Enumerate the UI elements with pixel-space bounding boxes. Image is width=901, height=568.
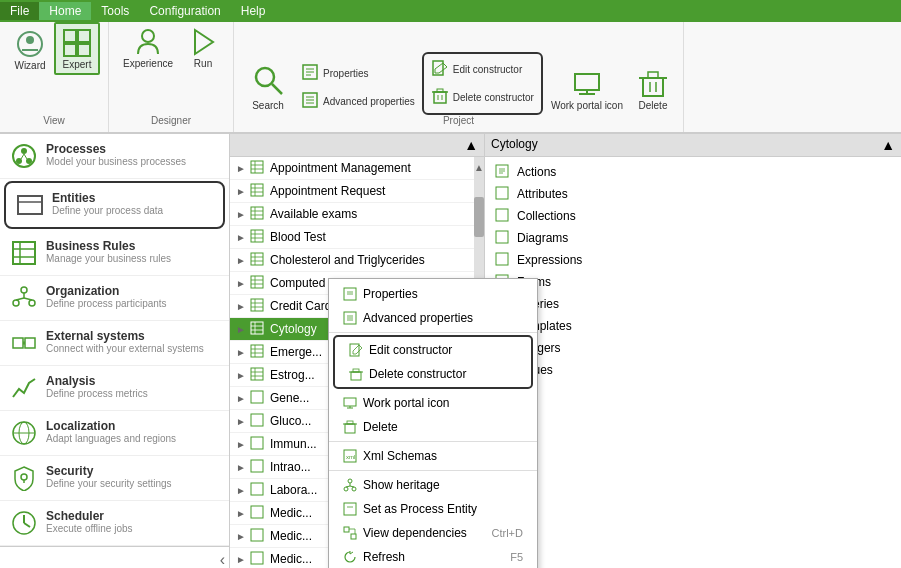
list-item[interactable]: ► Blood Test: [230, 226, 474, 249]
svg-point-7: [142, 30, 154, 42]
list-item[interactable]: ► Appointment Request: [230, 180, 474, 203]
properties-button[interactable]: Properties: [296, 60, 420, 87]
svg-point-47: [29, 300, 35, 306]
scheduler-icon: [10, 509, 38, 537]
sidebar-item-business-rules[interactable]: Business Rules Manage your business rule…: [0, 231, 229, 276]
grid-icon-selected: [250, 321, 266, 337]
cm-view-dependencies[interactable]: View dependencies Ctrl+D: [329, 521, 537, 545]
menu-configuration[interactable]: Configuration: [139, 2, 230, 20]
menu-help[interactable]: Help: [231, 2, 276, 20]
cm-edit-constructor[interactable]: Edit constructor: [335, 338, 531, 362]
security-title: Security: [46, 464, 172, 478]
list-item[interactable]: ► Cholesterol and Triglycerides: [230, 249, 474, 272]
run-icon: [187, 26, 219, 58]
cm-work-portal[interactable]: Work portal icon: [329, 391, 537, 415]
work-portal-icon-button[interactable]: Work portal icon: [545, 64, 629, 115]
cm-delete[interactable]: Delete: [329, 415, 537, 439]
sidebar-item-entities[interactable]: Entities Define your process data: [4, 181, 225, 229]
svg-rect-95: [251, 345, 263, 357]
right-panel-attributes[interactable]: Attributes: [489, 183, 897, 205]
grid-icon: [250, 183, 266, 199]
entities-icon: [16, 191, 44, 219]
collapse-icon[interactable]: ‹: [220, 551, 225, 568]
delete-button[interactable]: Delete: [631, 64, 675, 115]
cm-dep-label: View dependencies: [363, 526, 467, 540]
svg-rect-4: [78, 30, 90, 42]
localization-title: Localization: [46, 419, 176, 433]
svg-line-49: [16, 298, 24, 300]
cm-properties[interactable]: Properties: [329, 282, 537, 306]
list-item[interactable]: ► Appointment Management: [230, 157, 474, 180]
right-panel-diagrams[interactable]: Diagrams: [489, 227, 897, 249]
svg-rect-118: [496, 187, 508, 199]
sidebar-item-organization[interactable]: Organization Define process participants: [0, 276, 229, 321]
list-item-label: Cholesterol and Triglycerides: [270, 253, 425, 267]
scroll-thumb[interactable]: [474, 197, 484, 237]
cm-xml-label: Xml Schemas: [363, 449, 437, 463]
svg-line-38: [24, 154, 27, 159]
cm-advanced-properties[interactable]: Advanced properties: [329, 306, 537, 330]
right-panel-queries[interactable]: Queries: [489, 293, 897, 315]
run-label: Run: [194, 58, 212, 69]
list-item-label: Immun...: [270, 437, 317, 451]
expressions-icon: [495, 252, 511, 268]
cm-show-heritage[interactable]: Show heritage: [329, 473, 537, 497]
sidebar-item-localization[interactable]: Localization Adapt languages and regions: [0, 411, 229, 456]
list-item[interactable]: ► Available exams: [230, 203, 474, 226]
middle-panel-collapse[interactable]: ▲: [464, 137, 478, 153]
expert-icon: [61, 27, 93, 59]
right-panel-forms[interactable]: Forms: [489, 271, 897, 293]
cm-advanced-icon: [343, 311, 357, 325]
cm-process-icon: [343, 502, 357, 516]
svg-rect-110: [251, 552, 263, 564]
menu-file[interactable]: File: [0, 2, 39, 20]
sidebar-item-external-systems[interactable]: External systems Connect with your exter…: [0, 321, 229, 366]
sidebar-item-scheduler[interactable]: Scheduler Execute offline jobs: [0, 501, 229, 546]
delete-constructor-button[interactable]: Delete constructor: [426, 84, 539, 111]
analysis-text: Analysis Define process metrics: [46, 374, 148, 399]
cm-xml-icon: xml: [343, 449, 357, 463]
right-panel-actions[interactable]: Actions: [489, 161, 897, 183]
right-panel-triggers[interactable]: Triggers: [489, 337, 897, 359]
list-item-label: Appointment Management: [270, 161, 411, 175]
cm-delete-constructor[interactable]: Delete constructor: [335, 362, 531, 386]
svg-point-9: [256, 68, 274, 86]
svg-point-45: [21, 287, 27, 293]
svg-rect-75: [251, 230, 263, 242]
right-panel-expressions[interactable]: Expressions: [489, 249, 897, 271]
right-panel-templates[interactable]: Templates: [489, 315, 897, 337]
processes-subtitle: Model your business processes: [46, 156, 186, 167]
middle-panel-header: ▲: [230, 134, 484, 157]
sidebar-item-processes[interactable]: Processes Model your business processes: [0, 134, 229, 179]
svg-marker-8: [195, 30, 213, 54]
edit-constructor-button[interactable]: Edit constructor: [426, 56, 539, 83]
search-button[interactable]: Search: [242, 56, 294, 115]
right-panel-values[interactable]: Values: [489, 359, 897, 381]
svg-rect-87: [251, 299, 263, 311]
right-panel-collections[interactable]: Collections: [489, 205, 897, 227]
sidebar-item-security[interactable]: Security Define your security settings: [0, 456, 229, 501]
cm-xml-schemas[interactable]: xml Xml Schemas: [329, 444, 537, 468]
run-button[interactable]: Run: [181, 22, 225, 73]
svg-rect-91: [251, 322, 263, 334]
grid-icon: [250, 390, 266, 406]
right-panel-collapse[interactable]: ▲: [881, 137, 895, 153]
cm-refresh[interactable]: Refresh F5: [329, 545, 537, 568]
menu-home[interactable]: Home: [39, 2, 91, 20]
advanced-properties-icon: [301, 91, 319, 112]
grid-icon: [250, 206, 266, 222]
advanced-properties-button[interactable]: Advanced properties: [296, 88, 420, 115]
menu-tools[interactable]: Tools: [91, 2, 139, 20]
scroll-up[interactable]: ▲: [474, 157, 484, 177]
cm-delete-icon: [343, 420, 357, 434]
cm-set-process-entity[interactable]: Set as Process Entity: [329, 497, 537, 521]
expert-button[interactable]: Expert: [54, 22, 100, 75]
sidebar-collapse[interactable]: ‹: [0, 546, 229, 568]
experience-button[interactable]: Experience: [117, 22, 179, 73]
svg-rect-106: [251, 460, 263, 472]
attributes-icon: [495, 186, 511, 202]
sidebar-item-analysis[interactable]: Analysis Define process metrics: [0, 366, 229, 411]
svg-rect-67: [251, 184, 263, 196]
wizard-button[interactable]: Wizard: [8, 24, 52, 75]
svg-rect-104: [251, 414, 263, 426]
